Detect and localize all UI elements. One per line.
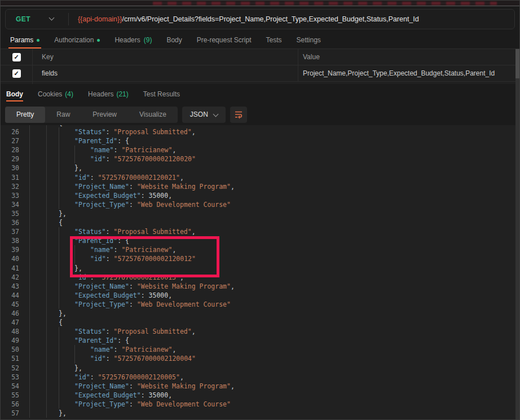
code-text: },: [47, 209, 67, 218]
indent-guide: [59, 400, 74, 409]
url-input[interactable]: {{api-domain}}/crm/v6/Project_Details?fi…: [78, 15, 419, 23]
fold-gutter: [30, 345, 47, 354]
view-mode-visualize[interactable]: Visualize: [128, 107, 178, 123]
tab-body[interactable]: Body: [159, 32, 189, 48]
indent-guide: [59, 200, 74, 209]
param-key-value: fields: [42, 69, 58, 77]
line-number: 49: [1, 336, 30, 345]
indent-guide: [59, 364, 74, 373]
fold-gutter: [30, 264, 47, 273]
response-tab-label: Body: [6, 90, 23, 98]
fold-gutter: [30, 245, 47, 254]
key-column-header: Key: [33, 49, 298, 65]
indent-guide: [74, 354, 90, 363]
tab-tests[interactable]: Tests: [258, 32, 289, 48]
fold-gutter: [30, 364, 47, 373]
response-body-viewer[interactable]: 25{26"Status": "Proposal Submitted",27"P…: [1, 125, 519, 419]
indent-guide: [74, 254, 90, 263]
view-mode-pretty[interactable]: Pretty: [5, 107, 45, 123]
code-line: 31"id": "5725767000002120021",: [1, 173, 519, 182]
indent-guide: [59, 273, 74, 282]
code-line: 53"id": "5725767000002120005",: [1, 373, 519, 382]
param-checkbox[interactable]: ✓: [12, 69, 21, 78]
format-dropdown[interactable]: JSON: [182, 107, 226, 123]
code-line: 34"Project_Type": "Web Development Cours…: [1, 200, 519, 209]
view-mode-preview[interactable]: Preview: [81, 107, 128, 123]
line-number: 37: [1, 227, 30, 236]
tab-pre-request-script[interactable]: Pre-request Script: [190, 32, 259, 48]
tab-params[interactable]: Params: [3, 32, 47, 48]
line-number: 52: [1, 364, 30, 373]
indent-guide: [59, 182, 74, 191]
view-mode-raw[interactable]: Raw: [45, 107, 81, 123]
line-number: 33: [1, 191, 30, 200]
response-tab-headers[interactable]: Headers(21): [88, 84, 129, 104]
param-checkbox-cell: ✓: [1, 65, 33, 81]
tab-headers[interactable]: Headers(9): [107, 32, 159, 48]
url-input-container: GET {{api-domain}}/crm/v6/Project_Detail…: [5, 9, 515, 29]
code-text: "name": "Patricianew",: [47, 245, 176, 254]
unsaved-changes-dot: [37, 39, 39, 42]
fold-gutter: [30, 200, 47, 209]
param-key-cell[interactable]: fields: [33, 65, 298, 81]
response-tab-cookies[interactable]: Cookies(4): [38, 84, 73, 104]
code-line: 35},: [1, 209, 519, 218]
line-number: 34: [1, 200, 30, 209]
param-value-value: Project_Name,Project_Type,Expected_Budge…: [303, 69, 495, 77]
code-lines: 25{26"Status": "Proposal Submitted",27"P…: [1, 125, 519, 418]
api-client-window: { "request": { "method": "GET", "url_var…: [0, 0, 520, 420]
request-tabs: ParamsAuthorizationHeaders(9)BodyPre-req…: [1, 32, 519, 49]
fold-gutter: [30, 182, 47, 191]
code-text: "Project_Type": "Web Development Course": [47, 200, 231, 209]
code-line: 43"Project_Name": "Website Making Progra…: [1, 282, 519, 291]
tab-settings[interactable]: Settings: [289, 32, 328, 48]
line-number: 53: [1, 373, 30, 382]
indent-guide: [59, 236, 74, 245]
line-number: 41: [1, 264, 30, 273]
response-tab-count-badge: (4): [65, 90, 73, 98]
tab-label: Tests: [266, 36, 281, 44]
indent-guide: [59, 336, 74, 345]
code-line: 36{: [1, 218, 519, 227]
line-number: 51: [1, 354, 30, 363]
fold-gutter: [30, 273, 47, 282]
tab-authorization[interactable]: Authorization: [47, 32, 107, 48]
url-variable: {{api-domain}}: [78, 15, 122, 23]
chevron-down-icon[interactable]: [49, 15, 54, 21]
scrollbar-thumb[interactable]: [515, 49, 519, 78]
code-text: "Expected_Budget": 35000,: [47, 291, 172, 300]
wrap-text-icon: [234, 110, 243, 119]
select-all-checkbox[interactable]: ✓: [12, 53, 21, 61]
response-tab-test-results[interactable]: Test Results: [143, 84, 180, 104]
request-url-bar: GET {{api-domain}}/crm/v6/Project_Detail…: [1, 6, 519, 32]
response-tab-label: Test Results: [143, 90, 180, 98]
code-line: 27"Parent_Id": {: [1, 136, 519, 145]
response-tab-count-badge: (21): [116, 90, 128, 98]
code-text: {: [47, 318, 63, 327]
line-number: 55: [1, 391, 30, 400]
fold-gutter: [30, 382, 47, 391]
method-selector-label[interactable]: GET: [6, 15, 30, 23]
code-line: 51"id": "5725767000002120004": [1, 354, 519, 363]
indent-guide: [59, 163, 74, 173]
code-line: 50"name": "Patricianew",: [1, 345, 519, 354]
code-line: 26"Status": "Proposal Submitted",: [1, 127, 519, 136]
tab-label: Body: [166, 36, 182, 44]
code-text: "Expected_Budget": 35000,: [47, 391, 172, 400]
param-value-cell[interactable]: Project_Name,Project_Type,Expected_Budge…: [298, 65, 519, 81]
indent-guide: [59, 154, 74, 163]
line-number: 50: [1, 345, 30, 354]
code-text: "name": "Patricianew",: [47, 145, 176, 154]
indent-guide: [59, 291, 74, 300]
line-number: 31: [1, 173, 30, 182]
params-table: ✓ Key Value ✓fieldsProject_Name,Project_…: [1, 49, 519, 84]
wrap-lines-button[interactable]: [230, 107, 247, 123]
tab-count-badge: (9): [144, 36, 152, 44]
fold-gutter: [30, 400, 47, 409]
response-tab-body[interactable]: Body: [6, 84, 23, 104]
code-line: 55"Expected_Budget": 35000,: [1, 391, 519, 400]
response-toolbar: PrettyRawPreviewVisualize JSON: [1, 104, 519, 125]
code-text: "Status": "Proposal Submitted",: [47, 127, 196, 136]
vertical-scrollbar[interactable]: [515, 49, 519, 419]
line-number: 47: [1, 318, 30, 327]
